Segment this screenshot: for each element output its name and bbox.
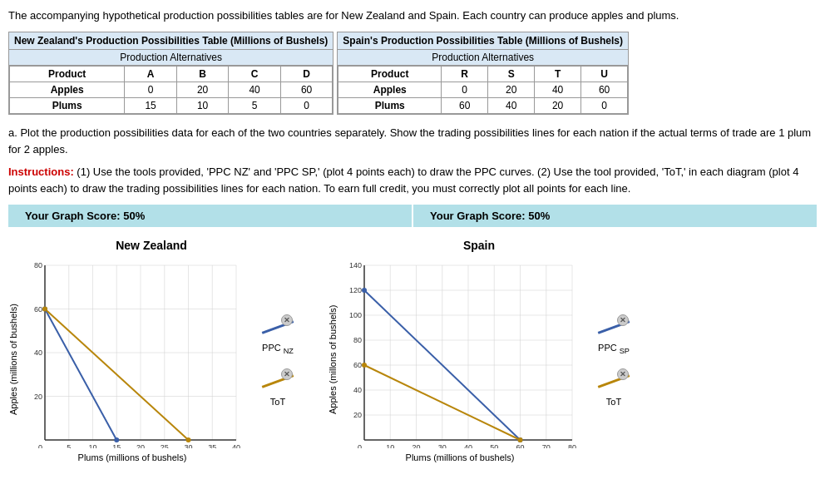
svg-text:20: 20 <box>353 411 362 419</box>
svg-text:80: 80 <box>353 336 362 344</box>
svg-text:60: 60 <box>353 361 362 369</box>
spain-table: ProductRSTU Apples0204060Plums6040200 <box>338 66 628 114</box>
score-bar: Your Graph Score: 50% Your Graph Score: … <box>8 205 817 227</box>
spain-table-subtitle: Production Alternatives <box>338 50 628 66</box>
nz-legend: ✕ PPC NZ ✕ ToT <box>261 313 294 407</box>
nz-tot-x-icon: ✕ <box>281 368 293 380</box>
svg-text:0: 0 <box>358 443 362 448</box>
svg-point-31 <box>186 437 191 442</box>
nz-graph-section: New Zealand Apples (millions of bushels)… <box>8 239 294 462</box>
sp-legend-tot-label: ToT <box>606 397 621 407</box>
sp-chart-wrap: Apples (millons of bushels) 102030405060… <box>328 257 580 462</box>
sp-chart-svg[interactable]: 1020304050607080204060801001201400 <box>339 257 580 448</box>
spain-table-wrapper: Spain's Production Possibilities Table (… <box>337 32 629 115</box>
svg-text:80: 80 <box>34 261 42 269</box>
svg-text:40: 40 <box>464 443 472 448</box>
score-sp: Your Graph Score: 50% <box>413 205 817 227</box>
svg-point-29 <box>114 437 119 442</box>
nz-x-label: Plums (millions of bushels) <box>20 452 245 462</box>
sp-tot-icon: ✕ <box>597 367 630 393</box>
svg-text:5: 5 <box>67 443 71 448</box>
svg-point-70 <box>518 437 523 442</box>
sp-legend: ✕ PPC SP ✕ ToT <box>597 313 630 407</box>
svg-text:20: 20 <box>136 443 145 448</box>
sp-legend-ppc: ✕ PPC SP <box>597 313 630 355</box>
svg-text:0: 0 <box>38 443 42 448</box>
svg-text:50: 50 <box>490 443 498 448</box>
nz-table-title: New Zealand's Production Possibilities T… <box>9 32 333 50</box>
sp-svg-container: 1020304050607080204060801001201400 Plums… <box>339 257 580 462</box>
sp-graph-section: Spain Apples (millons of bushels) 102030… <box>328 239 630 462</box>
sp-ppc-icon: ✕ <box>597 313 630 339</box>
sp-graph-title: Spain <box>463 239 495 252</box>
nz-graph-area: Apples (millions of bushels) 51015202530… <box>8 257 294 462</box>
svg-point-71 <box>362 363 367 368</box>
nz-table: ProductABCD Apples0204060Plums151050 <box>9 66 333 114</box>
svg-text:25: 25 <box>161 443 169 448</box>
intro-text: The accompanying hypothetical production… <box>8 8 817 23</box>
svg-text:40: 40 <box>353 386 362 394</box>
svg-text:10: 10 <box>88 443 96 448</box>
svg-text:100: 100 <box>349 311 362 319</box>
sp-ppc-x-icon: ✕ <box>617 314 629 326</box>
nz-ppc-icon: ✕ <box>261 313 294 339</box>
nz-legend-tot-label: ToT <box>270 397 285 407</box>
nz-chart-svg[interactable]: 510152025303540204060800 <box>20 257 245 448</box>
svg-text:15: 15 <box>112 443 121 448</box>
nz-legend-ppc: ✕ PPC NZ <box>261 313 294 355</box>
svg-line-27 <box>45 309 116 441</box>
score-nz: Your Graph Score: 50% <box>8 205 412 227</box>
instructions-body: (1) Use the tools provided, 'PPC NZ' and… <box>8 166 798 195</box>
svg-text:30: 30 <box>438 443 447 448</box>
svg-text:30: 30 <box>184 443 192 448</box>
svg-text:120: 120 <box>349 286 362 294</box>
svg-text:70: 70 <box>542 443 551 448</box>
instructions: Instructions: (1) Use the tools provided… <box>8 164 817 196</box>
svg-text:60: 60 <box>34 305 42 314</box>
svg-text:80: 80 <box>568 443 576 448</box>
nz-table-wrapper: New Zealand's Production Possibilities T… <box>8 32 333 115</box>
spain-table-title: Spain's Production Possibilities Table (… <box>338 32 628 50</box>
svg-text:40: 40 <box>232 443 240 448</box>
graphs-row: New Zealand Apples (millions of bushels)… <box>8 239 817 462</box>
sp-y-label: Apples (millons of bushels) <box>328 257 338 462</box>
svg-text:10: 10 <box>386 443 394 448</box>
nz-graph-title: New Zealand <box>116 239 187 252</box>
svg-point-32 <box>42 307 47 312</box>
svg-point-69 <box>362 288 367 293</box>
svg-text:140: 140 <box>349 261 362 269</box>
nz-chart-wrap: Apples (millions of bushels) 51015202530… <box>8 257 245 462</box>
nz-ppc-x-icon: ✕ <box>281 314 293 326</box>
sp-tot-x-icon: ✕ <box>617 368 629 380</box>
instructions-bold: Instructions: <box>8 166 74 178</box>
svg-text:20: 20 <box>34 393 42 401</box>
sp-graph-area: Apples (millons of bushels) 102030405060… <box>328 257 630 462</box>
tables-row: New Zealand's Production Possibilities T… <box>8 32 817 115</box>
question-text: a. Plot the production possibilities dat… <box>8 125 817 157</box>
nz-y-label: Apples (millions of bushels) <box>8 257 18 462</box>
nz-legend-tot: ✕ ToT <box>261 367 294 407</box>
sp-legend-ppc-label: PPC SP <box>598 343 630 355</box>
svg-text:40: 40 <box>34 348 42 357</box>
nz-tot-icon: ✕ <box>261 367 294 393</box>
svg-text:20: 20 <box>412 443 420 448</box>
nz-table-subtitle: Production Alternatives <box>9 50 333 66</box>
nz-svg-container: 510152025303540204060800 Plums (millions… <box>20 257 245 462</box>
nz-legend-ppc-label: PPC NZ <box>262 343 294 355</box>
svg-text:35: 35 <box>208 443 216 448</box>
sp-x-label: Plums (millions of bushels) <box>339 452 580 462</box>
svg-text:60: 60 <box>516 443 524 448</box>
sp-legend-tot: ✕ ToT <box>597 367 630 407</box>
